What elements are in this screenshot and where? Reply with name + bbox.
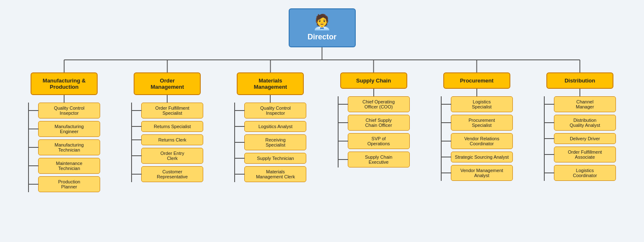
child-item-row: ManufacturingEngineer: [38, 121, 100, 137]
child-item-row: LogisticsCoordinator: [554, 165, 616, 181]
child-item-row: Returns Clerk: [141, 134, 203, 145]
dept-box-distribution[interactable]: Distribution: [546, 72, 613, 89]
children-wrap-distribution: ChannelManagerDistributionQuality Analys…: [544, 89, 616, 181]
child-item-row: CustomerRepresentative: [141, 166, 203, 182]
child-item-row: Supply ChainExecutive: [348, 152, 410, 167]
top-level: 🧑‍💼 Director: [4, 8, 640, 47]
child-item-row: Order EntryClerk: [141, 148, 203, 164]
child-box[interactable]: Quality ControlInsepctor: [38, 103, 100, 118]
child-box[interactable]: Supply Technician: [244, 153, 306, 164]
departments-row: Manufacturing &ProductionQuality Control…: [4, 72, 640, 192]
dept-column-procurement: ProcurementLogisticsSpecialistProcuremen…: [425, 72, 528, 181]
children-wrap-mfg: Quality ControlInsepctorManufacturingEng…: [28, 95, 100, 192]
child-box[interactable]: Returns Clerk: [141, 134, 203, 145]
child-item-row: MaterialsManagement Clerk: [244, 166, 306, 182]
child-item-row: Logsitics Analyst: [244, 121, 306, 132]
child-box[interactable]: Vendor ManagementAnalyst: [451, 165, 513, 181]
dept-box-materials[interactable]: MaterialsManagement: [237, 72, 304, 95]
child-item-row: ManufacturingTechnician: [38, 139, 100, 155]
children-wrap-procurement: LogisticsSpecialistProcurementSpecialist…: [441, 89, 513, 181]
child-list-order: Order FulfillmentSpecialistReturns Speci…: [131, 103, 203, 182]
child-box[interactable]: Vendor RelationsCoordinator: [451, 133, 513, 149]
child-item-row: Strategic Sourcing Analyst: [451, 152, 513, 162]
child-box[interactable]: Order FulfillmentSpecialist: [141, 103, 203, 118]
child-box[interactable]: Chief SupplyChain Officer: [348, 115, 410, 131]
child-item-row: Delivery Driver: [554, 133, 616, 144]
child-item-row: SVP ofOperations: [348, 133, 410, 149]
child-box[interactable]: MaterialsManagement Clerk: [244, 166, 306, 182]
child-box[interactable]: ManufacturingTechnician: [38, 139, 100, 155]
child-box[interactable]: Order EntryClerk: [141, 148, 203, 164]
child-item-row: MaintenanceTechnician: [38, 158, 100, 174]
child-item-row: ProductionPlanner: [38, 176, 100, 192]
child-item-row: ReceivingSpecialist: [244, 134, 306, 150]
dept-column-mfg: Manufacturing &ProductionQuality Control…: [13, 72, 116, 192]
dept-box-procurement[interactable]: Procurement: [443, 72, 510, 89]
child-box[interactable]: Chief OperatingOfficer (COO): [348, 96, 410, 112]
child-list-supply: Chief OperatingOfficer (COO)Chief Supply…: [338, 96, 410, 167]
children-wrap-materials: Quality ControlInspectorLogsitics Analys…: [234, 95, 306, 182]
child-box[interactable]: SVP ofOperations: [348, 133, 410, 149]
child-box[interactable]: Logsitics Analyst: [244, 121, 306, 132]
child-box[interactable]: ChannelManager: [554, 96, 616, 112]
dept-column-supply: Supply ChainChief OperatingOfficer (COO)…: [322, 72, 425, 167]
child-item-row: Quality ControlInsepctor: [38, 103, 100, 118]
child-box[interactable]: ManufacturingEngineer: [38, 121, 100, 137]
dept-box-mfg[interactable]: Manufacturing &Production: [31, 72, 98, 95]
child-list-distribution: ChannelManagerDistributionQuality Analys…: [544, 96, 616, 181]
child-list-mfg: Quality ControlInsepctorManufacturingEng…: [28, 103, 100, 192]
child-box[interactable]: Order FulfillmentAssociate: [554, 147, 616, 162]
child-box[interactable]: Supply ChainExecutive: [348, 152, 410, 167]
child-item-row: Chief OperatingOfficer (COO): [348, 96, 410, 112]
child-item-row: ProcurementSpecialist: [451, 115, 513, 131]
child-item-row: Supply Technician: [244, 153, 306, 164]
child-item-row: DistributionQuality Analyst: [554, 115, 616, 131]
child-box[interactable]: LogisticsCoordinator: [554, 165, 616, 181]
child-box[interactable]: ReceivingSpecialist: [244, 134, 306, 150]
child-item-row: Returns Specialist: [141, 121, 203, 132]
child-box[interactable]: DistributionQuality Analyst: [554, 115, 616, 131]
child-item-row: Chief SupplyChain Officer: [348, 115, 410, 131]
child-item-row: ChannelManager: [554, 96, 616, 112]
org-chart: 🧑‍💼 Director Manufacturing &ProductionQu…: [0, 0, 644, 242]
child-item-row: Order FulfillmentSpecialist: [141, 103, 203, 118]
child-box[interactable]: Quality ControlInspector: [244, 103, 306, 118]
child-box[interactable]: ProductionPlanner: [38, 176, 100, 192]
child-box[interactable]: Delivery Driver: [554, 133, 616, 144]
dept-column-distribution: DistributionChannelManagerDistributionQu…: [528, 72, 631, 181]
dept-box-order[interactable]: OrderManagement: [134, 72, 201, 95]
child-box[interactable]: ProcurementSpecialist: [451, 115, 513, 131]
child-box[interactable]: Returns Specialist: [141, 121, 203, 132]
child-item-row: Quality ControlInspector: [244, 103, 306, 118]
child-item-row: LogisticsSpecialist: [451, 96, 513, 112]
children-wrap-order: Order FulfillmentSpecialistReturns Speci…: [131, 95, 203, 182]
director-box[interactable]: 🧑‍💼 Director: [289, 8, 356, 47]
child-box[interactable]: MaintenanceTechnician: [38, 158, 100, 174]
child-item-row: Vendor RelationsCoordinator: [451, 133, 513, 149]
director-title: Director: [308, 33, 336, 41]
child-box[interactable]: Strategic Sourcing Analyst: [451, 152, 513, 162]
child-box[interactable]: CustomerRepresentative: [141, 166, 203, 182]
child-box[interactable]: LogisticsSpecialist: [451, 96, 513, 112]
dept-box-supply[interactable]: Supply Chain: [340, 72, 407, 89]
dept-column-materials: MaterialsManagementQuality ControlInspec…: [219, 72, 322, 182]
dept-column-order: OrderManagementOrder FulfillmentSpeciali…: [116, 72, 219, 182]
child-list-materials: Quality ControlInspectorLogsitics Analys…: [234, 103, 306, 182]
children-wrap-supply: Chief OperatingOfficer (COO)Chief Supply…: [338, 89, 410, 167]
child-list-procurement: LogisticsSpecialistProcurementSpecialist…: [441, 96, 513, 181]
child-item-row: Vendor ManagementAnalyst: [451, 165, 513, 181]
child-item-row: Order FulfillmentAssociate: [554, 147, 616, 162]
director-icon: 🧑‍💼: [294, 13, 351, 31]
